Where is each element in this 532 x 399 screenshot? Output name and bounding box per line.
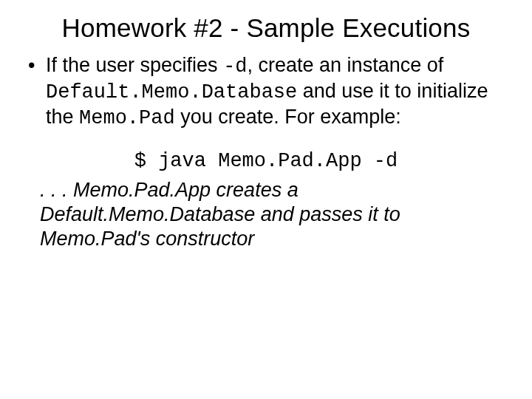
command-line: $ java Memo.Pad.App -d [25,150,507,172]
class-code-1: Default.Memo.Database [46,81,297,103]
bullet-list: If the user specifies -d, create an inst… [25,53,507,131]
slide: Homework #2 - Sample Executions If the u… [0,0,532,399]
bullet-text-2: , create an instance of [248,54,444,76]
bullet-text-4: you create. For example: [175,106,401,128]
flag-code: -d [223,55,247,78]
explanation-text: . . . Memo.Pad.App creates a Default.Mem… [40,178,501,251]
bullet-text-1: If the user specifies [46,54,223,76]
bullet-item: If the user specifies -d, create an inst… [46,53,505,131]
class-code-2: Memo.Pad [79,107,175,129]
slide-title: Homework #2 - Sample Executions [25,13,507,43]
